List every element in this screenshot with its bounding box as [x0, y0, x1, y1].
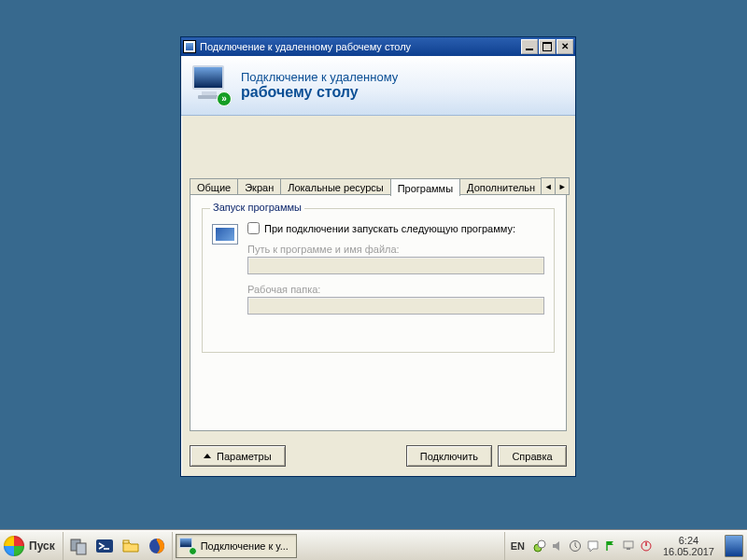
start-button[interactable]: Пуск [0, 532, 63, 560]
options-button-label: Параметры [217, 451, 272, 462]
explorer-icon[interactable] [120, 535, 142, 557]
tab-display[interactable]: Экран [237, 178, 281, 195]
server-manager-icon[interactable] [67, 535, 90, 557]
svg-point-6 [538, 540, 545, 548]
tray-network-icon[interactable] [533, 539, 546, 553]
help-button[interactable]: Справка [498, 445, 567, 467]
program-path-label: Путь к программе и имя файла: [247, 244, 544, 255]
header-line2: рабочему столу [241, 84, 398, 101]
start-label: Пуск [29, 539, 55, 553]
header-line1: Подключение к удаленному [241, 70, 398, 84]
svg-rect-1 [77, 543, 86, 554]
dialog-button-row: Параметры Подключить Справка [190, 445, 567, 467]
taskbar-app-icon [179, 538, 196, 554]
working-folder-input[interactable] [247, 297, 544, 315]
taskbar-app-label: Подключение к у... [201, 540, 289, 552]
start-orb-icon [4, 536, 24, 556]
start-program-checkbox[interactable] [247, 222, 260, 234]
tray-flag-icon[interactable] [604, 539, 617, 553]
tray-devices-icon[interactable] [622, 539, 635, 553]
title-bar[interactable]: Подключение к удаленному рабочему столу [181, 37, 575, 56]
start-program-checkbox-row[interactable]: При подключении запускать следующую прог… [247, 222, 544, 234]
window-title: Подключение к удаленному рабочему столу [200, 41, 411, 52]
connect-button[interactable]: Подключить [406, 445, 492, 467]
tab-scroll-left[interactable]: ◄ [541, 177, 556, 195]
tab-scroll-right[interactable]: ► [555, 177, 570, 195]
taskbar: Пуск Подключение к у... EN [0, 530, 747, 560]
taskbar-clock[interactable]: 6:24 16.05.2017 [657, 535, 720, 557]
help-button-label: Справка [512, 451, 552, 462]
remote-desktop-icon: » [190, 65, 232, 106]
quick-launch [63, 532, 173, 560]
tab-general[interactable]: Общие [190, 178, 238, 195]
tray-action-icon[interactable] [586, 539, 599, 553]
tab-strip: Общие Экран Локальные ресурсы Программы … [190, 175, 567, 195]
options-button[interactable]: Параметры [190, 445, 286, 467]
header-banner: » Подключение к удаленному рабочему стол… [181, 56, 575, 116]
tab-advanced[interactable]: Дополнительн [459, 178, 543, 195]
taskbar-app-rdc[interactable]: Подключение к у... [176, 534, 297, 558]
tray-power-icon[interactable] [640, 539, 653, 553]
close-button[interactable] [557, 39, 573, 54]
app-icon [183, 40, 196, 53]
system-tray: EN 6:24 16.05.2017 [504, 532, 743, 560]
tab-panel-programs: Запуск программы При подключении запуска… [190, 194, 567, 431]
firefox-icon[interactable] [146, 535, 168, 557]
start-program-checkbox-label: При подключении запускать следующую прог… [264, 223, 515, 234]
svg-rect-8 [624, 541, 633, 548]
program-path-input[interactable] [247, 257, 544, 274]
minimize-button[interactable] [521, 39, 538, 54]
program-icon [212, 224, 238, 245]
language-indicator[interactable]: EN [511, 540, 525, 552]
tab-local-resources[interactable]: Локальные ресурсы [280, 178, 390, 195]
show-desktop-button[interactable] [725, 535, 743, 557]
svg-rect-9 [627, 548, 630, 550]
connect-button-label: Подключить [420, 451, 478, 462]
powershell-icon[interactable] [93, 535, 116, 557]
group-title: Запуск программы [210, 202, 304, 213]
tray-clock-icon[interactable] [569, 539, 582, 553]
maximize-button[interactable] [539, 39, 556, 54]
taskbar-date: 16.05.2017 [663, 546, 714, 557]
rdc-window: Подключение к удаленному рабочему столу … [180, 36, 576, 477]
svg-rect-3 [123, 540, 129, 543]
start-program-group: Запуск программы При подключении запуска… [202, 208, 555, 353]
working-folder-label: Рабочая папка: [247, 284, 544, 295]
taskbar-time: 6:24 [663, 535, 714, 546]
tray-audio-icon[interactable] [551, 539, 564, 553]
tab-programs[interactable]: Программы [390, 178, 460, 196]
chevron-up-icon [204, 454, 211, 458]
